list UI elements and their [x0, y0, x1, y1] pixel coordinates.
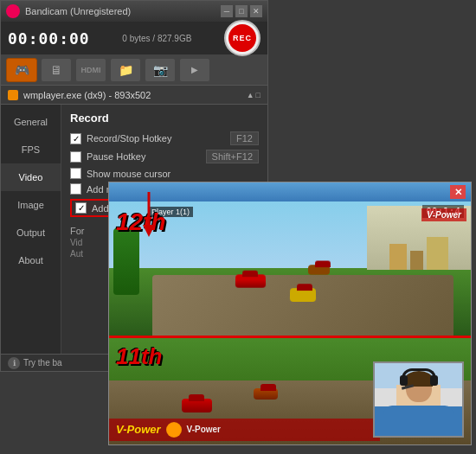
window-icon [8, 90, 18, 100]
sidebar-item-fps[interactable]: FPS [1, 136, 61, 163]
expand-arrow[interactable]: □ [256, 91, 261, 99]
maximize-button[interactable]: □ [235, 5, 248, 17]
car-lower-2 [254, 388, 278, 400]
rec-button[interactable]: REC [224, 20, 261, 56]
sidebar-item-image[interactable]: Image [1, 191, 61, 219]
person-shoulders [383, 406, 453, 436]
sidebar-item-about[interactable]: About [1, 246, 61, 274]
mouse-cursor-checkbox[interactable] [70, 168, 81, 179]
car-2 [308, 265, 330, 275]
building2 [410, 251, 423, 270]
headset-ear-left [400, 375, 408, 386]
app-logo [6, 4, 20, 18]
pause-hotkey-checkbox[interactable] [70, 151, 81, 163]
toolbar-extra[interactable]: ▶ [179, 58, 210, 82]
top-controls: 00:00:00 0 bytes / 827.9GB REC [1, 22, 267, 54]
inner-title-text: wmplayer.exe (dx9) - 893x502 [23, 90, 241, 100]
status-text: Try the ba [23, 358, 62, 368]
sidebar: General FPS Video Image Output About [1, 105, 61, 371]
vpower-text: V-Power [116, 423, 161, 436]
info-icon: ℹ [8, 357, 20, 369]
bottom-game-section: 11th V-Power V-Power [109, 336, 471, 444]
pause-hotkey-label: Pause Hotkey [87, 151, 145, 162]
sidebar-item-general[interactable]: General [1, 108, 61, 136]
pause-hotkey-value: Shift+F12 [206, 150, 259, 163]
webcam-overlay [373, 361, 464, 438]
record-hotkey-value: F12 [230, 131, 259, 145]
collapse-arrow[interactable]: ▲ [247, 91, 254, 99]
building3 [427, 237, 448, 270]
mouse-cursor-row: Show mouse cursor [70, 168, 259, 179]
game-title-bar: ✕ [109, 182, 471, 201]
car-lower-1 [182, 399, 212, 412]
shell-logo [166, 422, 182, 438]
mouse-cursor-label: Show mouse cursor [87, 169, 170, 179]
toolbar-folder[interactable]: 📁 [110, 58, 141, 82]
inner-window-title: wmplayer.exe (dx9) - 893x502 ▲ □ [1, 86, 267, 105]
record-hotkey-checkbox[interactable]: ✓ [70, 133, 81, 144]
position-11: 11th [116, 343, 162, 370]
car-3 [290, 288, 316, 302]
toolbar-camera[interactable]: 📷 [145, 58, 176, 82]
position-12: 12th [116, 208, 166, 236]
headset-ear-right [430, 375, 438, 386]
close-button[interactable]: ✕ [250, 5, 262, 17]
section-title: Record [70, 112, 259, 125]
storage-info: 0 bytes / 827.9GB [97, 34, 217, 43]
sidebar-item-video[interactable]: Video [1, 163, 61, 191]
game-content: 12th Player 1(1) 00:1:4 V-Power 11th V-P… [109, 201, 471, 444]
sidebar-item-output[interactable]: Output [1, 219, 61, 246]
title-bar: Bandicam (Unregistered) ─ □ ✕ [1, 1, 267, 22]
top-game-section: 12th Player 1(1) 00:1:4 V-Power [109, 201, 471, 336]
toolbar-screen[interactable]: 🖥 [41, 58, 72, 82]
app-title: Bandicam (Unregistered) [25, 6, 215, 16]
time-display: 00:00:00 [8, 29, 90, 48]
mouse-click-checkbox[interactable] [70, 183, 81, 195]
vpower-top-sponsor: V-Power [421, 208, 466, 221]
webcam-feed [375, 363, 462, 436]
record-hotkey-label: Record/Stop Hotkey [87, 133, 171, 144]
game-window: ✕ 12th Player 1(1) [108, 182, 472, 445]
window-controls: ─ □ ✕ [221, 5, 262, 17]
toolbar-hdmi[interactable]: HDMI [75, 58, 106, 82]
minimize-button[interactable]: ─ [221, 5, 233, 17]
game-close-button[interactable]: ✕ [450, 185, 466, 199]
expand-controls: ▲ □ [247, 91, 261, 99]
building1 [389, 244, 407, 270]
record-hotkey-row: ✓ Record/Stop Hotkey F12 [70, 131, 259, 145]
vpower-banner: V-Power V-Power [109, 419, 380, 441]
rec-label: REC [228, 24, 256, 52]
toolbar: 🎮 🖥 HDMI 📁 📷 ▶ [1, 54, 267, 86]
toolbar-game[interactable]: 🎮 [6, 58, 37, 82]
trees-left [113, 228, 139, 295]
vpower-label2: V-Power [187, 425, 221, 434]
pause-hotkey-row: Pause Hotkey Shift+F12 [70, 150, 259, 163]
webcam-overlay-checkbox[interactable]: ✓ [75, 202, 87, 214]
car-1 [235, 275, 266, 288]
